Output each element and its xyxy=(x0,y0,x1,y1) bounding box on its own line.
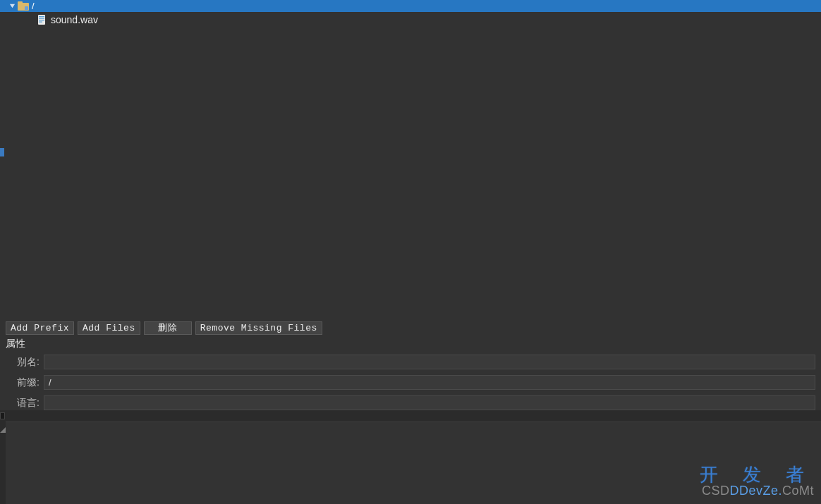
svg-marker-0 xyxy=(9,4,14,8)
tree-file-label: sound.wav xyxy=(51,14,98,25)
svg-rect-3 xyxy=(25,6,28,10)
svg-rect-2 xyxy=(18,1,23,4)
properties-title: 属性 xyxy=(6,338,815,355)
svg-rect-8 xyxy=(39,22,42,23)
svg-rect-6 xyxy=(39,18,44,19)
prefix-row: 前缀: xyxy=(6,375,815,390)
left-dock-corner-icon xyxy=(0,424,6,430)
resource-tree: / sound.wav xyxy=(0,0,821,319)
alias-label: 别名: xyxy=(6,356,39,369)
language-input[interactable] xyxy=(44,395,815,410)
add-prefix-button[interactable]: Add Prefix xyxy=(6,321,74,335)
prefix-input[interactable] xyxy=(44,375,815,390)
add-files-button[interactable]: Add Files xyxy=(78,321,140,335)
svg-rect-7 xyxy=(39,20,44,20)
svg-marker-9 xyxy=(0,427,6,433)
tree-child-row[interactable]: sound.wav xyxy=(0,12,821,26)
svg-rect-5 xyxy=(39,16,44,17)
remove-missing-files-button[interactable]: Remove Missing Files xyxy=(195,321,322,335)
delete-button[interactable]: 删除 xyxy=(144,321,192,335)
tree-root-label: / xyxy=(32,1,35,11)
language-row: 语言: xyxy=(6,395,815,410)
alias-row: 别名: xyxy=(6,355,815,369)
prefix-label: 前缀: xyxy=(6,376,39,389)
folder-icon xyxy=(18,1,29,11)
audio-file-icon xyxy=(37,14,48,25)
left-dock-tab-secondary[interactable] xyxy=(0,412,5,419)
left-dock-tab-indicator[interactable] xyxy=(0,148,4,156)
toolbar: Add Prefix Add Files 删除 Remove Missing F… xyxy=(0,319,821,336)
collapse-toggle-icon[interactable] xyxy=(8,3,16,10)
alias-input[interactable] xyxy=(44,355,815,369)
bottom-panel xyxy=(6,422,821,504)
language-label: 语言: xyxy=(6,397,39,410)
tree-root-row[interactable]: / xyxy=(0,0,821,12)
properties-panel: 属性 别名: 前缀: 语言: xyxy=(0,336,821,410)
